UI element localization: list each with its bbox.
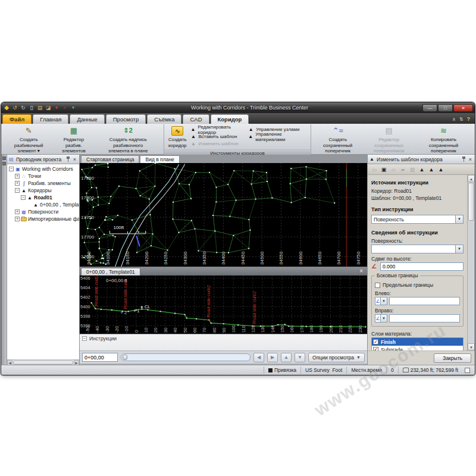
tree-expander-icon[interactable]: −: [15, 188, 20, 193]
edit-corridor-button[interactable]: ▲ Редактировать коридор: [190, 126, 246, 133]
create-alignment-label-button[interactable]: ⇕2 Создать надпись разбивочного элемента…: [95, 125, 161, 155]
snap-status[interactable]: Привязка: [264, 367, 300, 374]
plan-view-canvas[interactable]: 100ft17850178001775017700176503405034100…: [80, 163, 368, 267]
manage-nodes-icon[interactable]: ▲: [418, 165, 426, 173]
minimize-button[interactable]: —: [422, 104, 437, 112]
material-layer-row[interactable]: ✓Finish: [372, 338, 463, 346]
tree-item[interactable]: +Импортированные файлы: [7, 215, 79, 223]
close-template-button[interactable]: Закрыть: [434, 353, 471, 363]
close-panel-icon[interactable]: ×: [468, 156, 473, 162]
material-layer-row[interactable]: ✓Subgrade: [372, 346, 463, 350]
collapse-instructions-icon[interactable]: −: [82, 336, 87, 341]
tree-expander-icon[interactable]: −: [9, 167, 14, 171]
help-icon[interactable]: ?: [467, 116, 471, 122]
customize-icon[interactable]: ▾: [70, 104, 77, 111]
collapsed-panel-icon[interactable]: [2, 156, 6, 160]
scrollbar-thumb[interactable]: [13, 361, 73, 365]
insert-template-icon[interactable]: ▲: [427, 165, 436, 173]
copy-saved-xsection-button[interactable]: ≋ Копировать сохраненный поперечник: [416, 125, 471, 155]
tree-item[interactable]: −▲Road01: [7, 194, 79, 201]
alignment-editor-button[interactable]: ▦ Редактор разбив. элементов: [54, 125, 93, 155]
tree-expander-icon[interactable]: +: [15, 181, 20, 186]
tab-home[interactable]: Главная: [33, 114, 68, 124]
manage-materials-button[interactable]: ▲ Управление материалами: [248, 133, 308, 140]
limit-bounds-checkbox[interactable]: [375, 283, 380, 288]
tab-data[interactable]: Данные: [70, 114, 104, 124]
plan-view[interactable]: 100ft17850178001775017700176503405034100…: [80, 163, 367, 267]
edit-template-button[interactable]: ▲ Изменить шаблон: [190, 140, 246, 147]
tab-view[interactable]: Просмотр: [106, 114, 146, 124]
app-logo-icon[interactable]: ◆: [3, 104, 10, 111]
insert-template-button[interactable]: ▲ Вставить шаблон: [190, 133, 246, 140]
pin-icon[interactable]: [462, 156, 466, 162]
tab-file[interactable]: Файл: [2, 114, 32, 124]
new-project-icon[interactable]: ▯: [28, 104, 35, 111]
save-icon[interactable]: ▤: [36, 104, 43, 111]
surface-select[interactable]: ▼: [371, 245, 464, 253]
tab-corridor[interactable]: Коридор: [211, 114, 249, 124]
saved-xsection-editor-button[interactable]: ▤ Редактор сохраненных поперечников: [364, 125, 414, 155]
create-saved-xsection-button[interactable]: ⌃≈ Создать сохраненный поперечник: [314, 125, 362, 155]
record-icon[interactable]: ●: [53, 104, 60, 111]
up-station-button[interactable]: ▲: [281, 353, 292, 362]
tab-plan-view[interactable]: Вид в плане: [140, 155, 179, 163]
import-icon[interactable]: ◪: [45, 104, 52, 111]
station-slider[interactable]: [121, 353, 250, 361]
ribbon-collapse-icon[interactable]: ∧: [452, 117, 456, 122]
status-checkbox[interactable]: [465, 368, 470, 373]
tab-survey[interactable]: Съёмка: [147, 114, 181, 124]
slope-entry-icon[interactable]: ∠: [371, 263, 378, 270]
tree-item[interactable]: −▲Коридоры: [7, 187, 79, 194]
maximize-button[interactable]: □: [438, 104, 453, 112]
units-status[interactable]: US Survey Foot: [300, 367, 346, 374]
station-input[interactable]: [82, 353, 118, 362]
right-mode-combo[interactable]: ∠▼: [375, 314, 387, 322]
tab-cad[interactable]: CAD: [183, 114, 209, 124]
manage-materials-icon[interactable]: ▲: [437, 165, 445, 173]
scroll-down-icon[interactable]: ▼: [468, 343, 475, 350]
close-panel-icon[interactable]: ×: [72, 156, 77, 162]
tree-expander-icon[interactable]: −: [21, 195, 26, 200]
left-mode-combo[interactable]: ∠▼: [375, 297, 387, 305]
instruction-type-select[interactable]: Поверхность ▼: [371, 215, 464, 224]
scroll-up-icon[interactable]: ▲: [468, 175, 475, 182]
tab-template-section[interactable]: 0+00,00 , Template01: [81, 268, 140, 275]
left-bound-input[interactable]: [389, 297, 460, 305]
slider-thumb[interactable]: [123, 355, 127, 360]
prev-station-button[interactable]: ◀: [253, 353, 264, 362]
tree-expander-icon[interactable]: +: [15, 174, 20, 178]
pin-icon[interactable]: [66, 156, 70, 162]
redo-icon[interactable]: ↻: [20, 104, 27, 111]
tree-item[interactable]: +∴Точки: [7, 173, 79, 180]
tree-expander-icon[interactable]: +: [15, 217, 20, 221]
scrollbar-thumb[interactable]: [468, 183, 474, 221]
cross-section-view[interactable]: +Road side curb+Road side curb+Road side…: [80, 275, 367, 334]
vertical-scrollbar[interactable]: ▲ ▼: [467, 175, 475, 350]
cross-section-canvas[interactable]: +Road side curb+Road side curb+Road side…: [80, 275, 367, 334]
right-bound-input[interactable]: [389, 314, 460, 322]
tree-item[interactable]: ▲0+00,00 , Template01: [7, 201, 79, 208]
layer-checkbox[interactable]: ✓: [373, 339, 378, 345]
horizontal-scrollbar[interactable]: ◀ ▶: [7, 359, 79, 365]
offset-input[interactable]: [380, 262, 464, 271]
tab-start-page[interactable]: Стартовая страница: [81, 155, 139, 163]
create-corridor-button[interactable]: ∿ Создать коридор: [167, 125, 189, 149]
down-station-button[interactable]: ▼: [295, 353, 305, 362]
collapsed-panel-bar[interactable]: [1, 155, 7, 365]
window-switch-icon[interactable]: ⇅: [459, 117, 464, 122]
close-project-icon[interactable]: ×: [61, 104, 68, 111]
section-snapshot-icon[interactable]: ▣: [380, 165, 388, 173]
close-button[interactable]: ×: [453, 104, 473, 112]
tree-item[interactable]: +∫Разбив. элементы: [7, 180, 79, 187]
tree-item[interactable]: +▦Поверхности: [7, 208, 79, 215]
view-options-button[interactable]: Опции просмотра ▼: [308, 353, 365, 362]
scroll-right-icon[interactable]: ▶: [74, 360, 79, 365]
tree-expander-icon[interactable]: +: [15, 209, 20, 214]
collapsed-panel-icon[interactable]: [2, 162, 6, 165]
scroll-left-icon[interactable]: ◀: [7, 360, 12, 365]
next-station-button[interactable]: ▶: [267, 353, 278, 362]
close-section-icon[interactable]: ×: [359, 268, 366, 275]
create-alignment-button[interactable]: ✎ Создать разбивочный элемент ▾: [5, 125, 52, 155]
tree-item[interactable]: −▣Working with Corridors: [7, 165, 79, 173]
time-status[interactable]: Местн.время: [346, 367, 386, 374]
